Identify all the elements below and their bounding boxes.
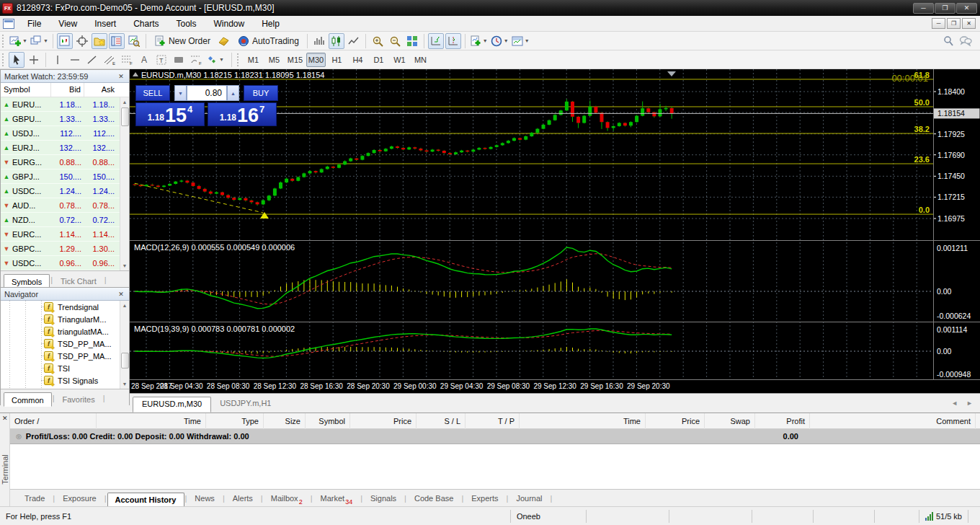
sell-price-panel[interactable]: 1.18 15 4 (135, 102, 205, 126)
shapes-tool[interactable] (171, 52, 187, 68)
column-s-l[interactable]: S / L (416, 413, 466, 429)
market-watch-row[interactable]: ▲GBPU...1.33...1.33... (1, 112, 129, 126)
close-button[interactable]: ✕ (956, 3, 977, 14)
menu-item-help[interactable]: Help (253, 17, 288, 31)
column-symbol[interactable]: Symbol (306, 413, 350, 429)
periods-button[interactable]: ▼ (490, 33, 509, 49)
tab-common[interactable]: Common (4, 392, 52, 407)
tab-tick-chart[interactable]: Tick Chart (53, 273, 104, 288)
candlestick-type-button[interactable] (329, 33, 344, 49)
text-tool[interactable]: A (136, 52, 152, 68)
market-watch-row[interactable]: ▲EURJ...132....132.... (1, 141, 129, 155)
navigator-toggle[interactable] (92, 33, 107, 49)
new-order-button[interactable]: New Order (150, 33, 215, 49)
fibonacci-retracement-tool[interactable]: F (119, 52, 135, 68)
close-icon[interactable]: ✕ (117, 73, 125, 80)
close-icon[interactable]: ✕ (2, 415, 8, 422)
market-watch-row[interactable]: ▼USDC...0.96...0.96... (1, 256, 129, 270)
menu-item-window[interactable]: Window (205, 17, 254, 31)
navigator-item[interactable]: fTSD_PP_MA... (1, 338, 129, 350)
line-chart-type-button[interactable] (346, 33, 362, 49)
volume-down-stepper[interactable]: ▼ (174, 85, 187, 101)
navigator-item[interactable]: fTrendsignal (1, 301, 129, 313)
strategy-tester-toggle[interactable] (126, 33, 142, 49)
search-icon[interactable] (940, 33, 956, 49)
timeframe-m15[interactable]: M15 (285, 53, 305, 67)
volume-input[interactable]: 0.80 (187, 85, 227, 101)
scroll-down-icon[interactable]: ▼ (120, 379, 129, 389)
navigator-item[interactable]: fTriangularM... (1, 313, 129, 325)
equidistant-channel-tool[interactable]: E (102, 52, 117, 68)
timeframe-h1[interactable]: H1 (327, 53, 347, 67)
market-watch-row[interactable]: ▼GBPC...1.29...1.30... (1, 242, 129, 256)
timeframe-m1[interactable]: M1 (244, 53, 263, 67)
tab-favorites[interactable]: Favorites (55, 392, 102, 406)
navigator-item[interactable]: fTSI (1, 362, 129, 374)
timeframe-w1[interactable]: W1 (390, 53, 409, 67)
crosshair-tool[interactable] (26, 52, 42, 68)
timeframe-mn[interactable]: MN (411, 53, 430, 67)
market-watch-row[interactable]: ▼EURG...0.88...0.88... (1, 155, 129, 169)
mdi-restore-button[interactable]: ❐ (947, 18, 961, 29)
bar-chart-type-button[interactable] (311, 33, 327, 49)
market-watch-scrollbar[interactable]: ▲ ▼ (120, 97, 129, 270)
scroll-left-icon[interactable]: ◄ (951, 400, 958, 407)
market-watch-row[interactable]: ▲USDC...1.24...1.24... (1, 184, 129, 198)
chart-tab-usdjpy-m-h1[interactable]: USDJPY.m,H1 (211, 397, 280, 412)
vertical-line-tool[interactable] (50, 52, 66, 68)
column-price[interactable]: Price (646, 413, 705, 429)
column-type[interactable]: Type (206, 413, 264, 429)
scroll-up-icon[interactable]: ▲ (120, 301, 129, 310)
templates-button[interactable]: ▼ (511, 33, 530, 49)
navigator-scrollbar[interactable]: ▲ ▼ (120, 301, 129, 389)
profiles-button[interactable]: ▼ (30, 33, 49, 49)
terminal-tab-market[interactable]: Market34 (313, 492, 360, 506)
chart-shift-button[interactable] (445, 33, 461, 49)
menu-item-charts[interactable]: Charts (125, 17, 167, 31)
scrollbar-thumb[interactable] (121, 107, 129, 126)
close-icon[interactable]: ✕ (117, 291, 125, 298)
column-bid[interactable]: Bid (51, 83, 84, 97)
scroll-down-icon[interactable]: ▼ (120, 261, 129, 270)
navigator-item[interactable]: fTSI Signals (1, 374, 129, 387)
terminal-tab-experts[interactable]: Experts (464, 492, 505, 506)
tab-symbols[interactable]: Symbols (4, 274, 50, 288)
market-watch-row[interactable]: ▼AUD...0.78...0.78... (1, 198, 129, 213)
column-comment[interactable]: Comment (810, 413, 976, 429)
column-size[interactable]: Size (264, 413, 306, 429)
minimize-button[interactable]: ─ (913, 3, 934, 14)
navigator-item[interactable]: fTSD_PP_MA... (1, 350, 129, 362)
column-symbol[interactable]: Symbol (1, 83, 51, 97)
terminal-tab-trade[interactable]: Trade (17, 492, 52, 506)
mdi-close-button[interactable]: ✕ (962, 18, 976, 29)
terminal-tab-exposure[interactable]: Exposure (55, 492, 103, 506)
column-order[interactable]: Order / (10, 413, 97, 429)
terminal-tab-journal[interactable]: Journal (509, 492, 549, 506)
connection-status[interactable]: 51/5 kb (919, 510, 968, 523)
terminal-tab-mailbox[interactable]: Mailbox2 (264, 492, 310, 506)
metaeditor-button[interactable] (216, 33, 232, 49)
terminal-tab-alerts[interactable]: Alerts (226, 492, 260, 506)
restore-button[interactable]: ❐ (935, 3, 956, 14)
market-watch-row[interactable]: ▲USDJ...112....112.... (1, 126, 129, 141)
market-watch-row[interactable]: ▲GBPJ...150....150.... (1, 169, 129, 184)
column-swap[interactable]: Swap (705, 413, 755, 429)
terminal-tab-account-history[interactable]: Account History (107, 493, 184, 507)
chart-window-icon[interactable] (3, 19, 14, 29)
mdi-minimize-button[interactable]: ─ (932, 18, 945, 29)
column-ask[interactable]: Ask (84, 83, 117, 97)
menu-item-insert[interactable]: Insert (86, 17, 125, 31)
terminal-tab-signals[interactable]: Signals (363, 492, 404, 506)
terminal-tab-code-base[interactable]: Code Base (407, 492, 460, 506)
scrollbar-thumb[interactable] (121, 353, 129, 369)
new-chart-button[interactable]: ▼ (9, 33, 28, 49)
column-profit[interactable]: Profit (755, 413, 810, 429)
market-watch-row[interactable]: ▲EURU...1.18...1.18... (1, 97, 129, 112)
sell-button[interactable]: SELL (135, 85, 170, 101)
trendline-tool[interactable] (84, 52, 100, 68)
navigator-item[interactable]: ftriangulatMA... (1, 325, 129, 338)
volume-up-stepper[interactable]: ▲ (227, 85, 239, 101)
market-watch-toggle[interactable] (57, 33, 73, 49)
menu-item-tools[interactable]: Tools (168, 17, 205, 31)
scroll-right-icon[interactable]: ► (966, 400, 973, 407)
